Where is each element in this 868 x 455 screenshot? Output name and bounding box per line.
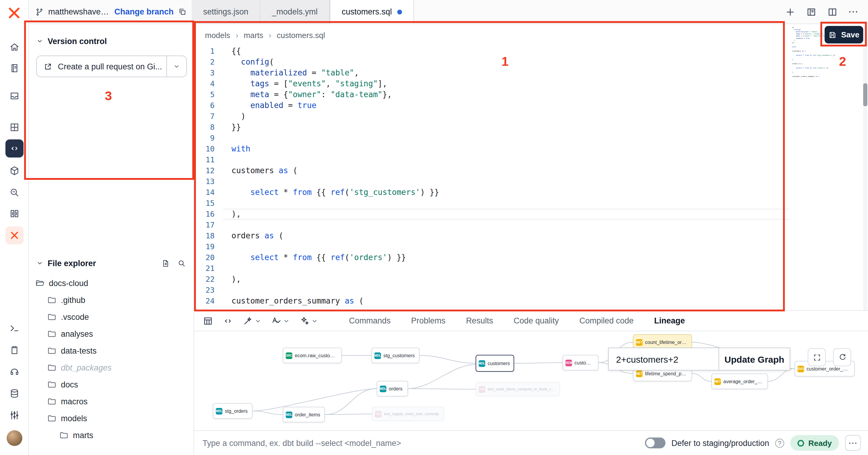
sidebar-item-inbox[interactable] [5, 87, 24, 105]
file-tree-item-.vscode[interactable]: .vscode [29, 308, 193, 325]
breadcrumb-segment[interactable]: marts [244, 31, 264, 40]
code-line[interactable]: }} [223, 122, 789, 133]
code-line[interactable] [223, 263, 789, 274]
update-graph-button[interactable]: Update Graph [718, 348, 789, 370]
file-tree-item-data-tests[interactable]: data-tests [29, 342, 193, 359]
code-lines[interactable]: {{ config( materialized = "table", tags … [223, 46, 789, 307]
lineage-selector-input[interactable]: 2+customers+2 [609, 348, 718, 370]
lineage-node-average-order-value[interactable]: METaverage_order_value [711, 373, 768, 389]
code-line[interactable] [223, 176, 789, 187]
code-line[interactable]: meta = {"owner": "data-team"}, [223, 89, 789, 100]
tab-settings.json[interactable]: settings.json [192, 0, 260, 24]
lineage-node-test-order-items[interactable]: TSTtest_order_items_compute_to_book_corr… [475, 382, 560, 396]
format-button[interactable] [271, 315, 290, 326]
sidebar-item-search-doc[interactable] [5, 183, 24, 202]
sidebar-item-dbt[interactable] [5, 226, 24, 245]
panel-tab-commands[interactable]: Commands [349, 316, 391, 325]
code-line[interactable]: tags = ["events", "staging"], [223, 79, 789, 89]
file-tree-item-dbt_packages[interactable]: dbt_packages [29, 359, 193, 376]
lineage-node-customers-model[interactable]: MDLcustomers [475, 355, 514, 372]
panel-tab-compiled-code[interactable]: Compiled code [579, 316, 633, 325]
file-tree-item-.github[interactable]: .github [29, 291, 193, 308]
create-pr-dropdown[interactable] [166, 56, 186, 77]
tab-customers.sql[interactable]: customers.sql [330, 0, 414, 24]
lineage-node-order-items[interactable]: MDLorder_items [283, 407, 325, 422]
file-tree-item-docs[interactable]: docs [29, 376, 193, 393]
code-line[interactable]: select * from {{ ref('stg_customers') }} [223, 187, 789, 198]
code-line[interactable] [223, 241, 789, 252]
panel-list-icon[interactable] [806, 6, 817, 17]
code-view-button[interactable] [222, 315, 233, 326]
code-line[interactable]: customer_orders_summary as ( [223, 296, 789, 307]
create-pr-button[interactable]: Create a pull request on Gi... [36, 56, 187, 77]
change-branch-link[interactable]: Change branch [114, 7, 174, 16]
breadcrumb-segment[interactable]: customers.sql [277, 31, 325, 40]
code-line[interactable] [223, 220, 789, 230]
file-tree-item-analyses[interactable]: analyses [29, 325, 193, 342]
file-tree-item-models[interactable]: models [29, 410, 193, 427]
code-line[interactable]: customers as ( [223, 165, 789, 176]
file-tree-item-macros[interactable]: macros [29, 393, 193, 410]
panel-tab-code-quality[interactable]: Code quality [514, 316, 559, 325]
new-file-icon[interactable] [161, 259, 170, 267]
minimap[interactable]: {{ config( materialized = "table", tags … [792, 27, 860, 165]
sidebar-item-terminal[interactable] [5, 319, 24, 337]
code-line[interactable]: enabled = true [223, 100, 789, 111]
panel-tab-results[interactable]: Results [466, 316, 493, 325]
sidebar-item-home[interactable] [5, 38, 24, 56]
lineage-node-customers-semantic[interactable]: SEMcustomers [562, 355, 598, 371]
code-line[interactable] [223, 133, 789, 144]
search-icon[interactable] [177, 259, 186, 267]
add-tab-icon[interactable] [785, 6, 796, 17]
panel-split-icon[interactable] [827, 6, 838, 17]
copy-icon[interactable] [178, 7, 187, 16]
help-icon[interactable]: ? [775, 438, 784, 448]
lint-fix-button[interactable] [242, 315, 261, 326]
lineage-node-orders-model[interactable]: MDLorders [377, 381, 408, 396]
defer-toggle[interactable] [645, 437, 665, 448]
command-input[interactable]: Type a command, ex. dbt build --select <… [194, 438, 401, 448]
panel-tab-problems[interactable]: Problems [411, 316, 445, 325]
lineage-canvas[interactable]: 2+customers+2 Update Graph SRCecom.raw_c… [194, 331, 868, 430]
create-pr-button-main[interactable]: Create a pull request on Gi... [37, 56, 166, 77]
code-line[interactable]: select * from {{ ref('orders') }} [223, 252, 789, 263]
sidebar-item-notebook[interactable] [5, 59, 24, 77]
sidebar-item-package[interactable] [5, 162, 24, 180]
fullscreen-button[interactable] [808, 348, 826, 366]
sidebar-item-grid[interactable] [5, 118, 24, 136]
code-line[interactable]: with [223, 144, 789, 154]
sidebar-item-clipboard[interactable] [5, 341, 24, 359]
sidebar-item-headset[interactable] [5, 363, 24, 381]
editor-scrollbar-thumb[interactable] [863, 83, 867, 106]
code-line[interactable] [223, 198, 789, 209]
user-avatar[interactable] [7, 430, 22, 446]
ai-assist-button[interactable] [299, 315, 318, 326]
file-tree-item-marts[interactable]: marts [29, 427, 193, 444]
lineage-node-raw-customers[interactable]: SRCecom.raw_customers [283, 348, 342, 363]
results-table-button[interactable] [203, 315, 213, 326]
status-overflow-button[interactable]: ⋯ [845, 435, 861, 451]
tab-_models.yml[interactable]: _models.yml [260, 0, 330, 24]
code-line[interactable]: {{ [223, 46, 789, 57]
sidebar-item-compare[interactable] [5, 205, 24, 223]
file-explorer-header[interactable]: File explorer [29, 255, 193, 272]
code-line[interactable] [223, 154, 789, 165]
save-button[interactable]: Save [825, 26, 863, 44]
ready-status-badge[interactable]: Ready [790, 435, 839, 451]
lineage-node-stg-orders[interactable]: MDLstg_orders [213, 403, 253, 419]
code-line[interactable]: ), [223, 274, 789, 285]
sidebar-item-code-editor[interactable] [5, 139, 24, 158]
code-line[interactable]: materialized = "table", [223, 67, 789, 79]
sidebar-item-database[interactable] [5, 385, 24, 402]
sidebar-item-abacus[interactable] [5, 406, 24, 424]
file-tree-item-docs-cloud[interactable]: docs-cloud [29, 275, 193, 291]
code-line[interactable]: ), [223, 209, 789, 220]
breadcrumb-segment[interactable]: models [205, 31, 230, 40]
code-line[interactable]: ) [223, 111, 789, 122]
code-line[interactable]: orders as ( [223, 230, 789, 241]
version-control-header[interactable]: Version control [29, 33, 193, 50]
overflow-menu-icon[interactable]: ⋯ [848, 7, 858, 17]
editor-scrollbar-track[interactable] [863, 25, 867, 310]
code-line[interactable] [223, 285, 789, 296]
lineage-node-stg-customers[interactable]: MDLstg_customers [371, 348, 420, 363]
